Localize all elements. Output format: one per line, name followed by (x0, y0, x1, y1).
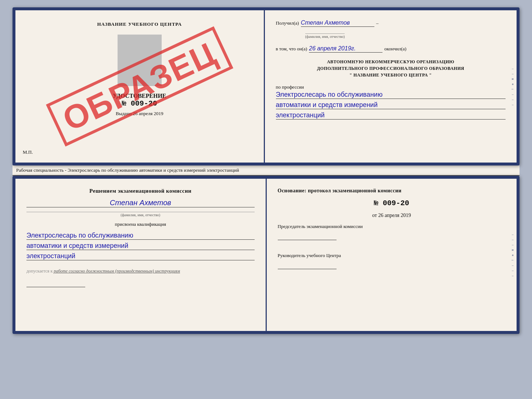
name-hint: (фамилия, имя, отчество) (305, 33, 345, 39)
protocol-date: от 26 апреля 2019 (278, 213, 506, 218)
issued-label: Выдано (116, 111, 132, 116)
profession-line1: Электрослесарь по обслуживанию (276, 91, 506, 99)
in-that-label: в том, что он(а) (276, 46, 308, 52)
profession-line2: автоматики и средств измерений (276, 101, 506, 109)
dopuskaetsya-value: работе согласно должностным (производств… (54, 268, 180, 274)
right-side-chars: – – и а ← – – – (511, 10, 514, 163)
org-line3: " НАЗВАНИЕ УЧЕБНОГО ЦЕНТРА " (276, 72, 506, 78)
bottom-certificate-spread: Решением экзаменационной комиссии Степан… (12, 176, 520, 334)
in-that-date: 26 апреля 2019г. (309, 45, 382, 53)
osnov-label: Основание: протокол экзаменационной коми… (278, 188, 506, 194)
cert-left-page: НАЗВАНИЕ УЧЕБНОГО ЦЕНТРА УДОСТОВЕРЕНИЕ №… (15, 10, 265, 163)
photo-placeholder (118, 35, 162, 86)
rukovod-block: Руководитель учебного Центра (278, 253, 506, 269)
document-wrapper: НАЗВАНИЕ УЧЕБНОГО ЦЕНТРА УДОСТОВЕРЕНИЕ №… (7, 7, 525, 334)
org-line2: ДОПОЛНИТЕЛЬНОГО ПРОФЕССИОНАЛЬНОГО ОБРАЗО… (276, 65, 506, 72)
qual-line2: автоматики и средств измерений (26, 242, 255, 250)
bottom-right-page: Основание: протокол экзаменационной коми… (267, 179, 517, 331)
cert-right-page: Получил(а) Степан Ахметов – (фамилия, им… (265, 10, 517, 163)
org-block: АВТОНОМНУЮ НЕКОММЕРЧЕСКУЮ ОРГАНИЗАЦИЮ ДО… (276, 58, 506, 78)
bottom-name-hint: (фамилия, имя, отчество) (26, 212, 255, 217)
profession-line3: электростанций (276, 111, 506, 120)
bottom-left-page: Решением экзаменационной комиссии Степан… (15, 179, 267, 331)
bottom-name: Степан Ахметов (26, 199, 255, 207)
org-line1: АВТОНОМНУЮ НЕКОММЕРЧЕСКУЮ ОРГАНИЗАЦИЮ (276, 58, 506, 65)
qual-line3: электростанций (26, 252, 255, 260)
date-prefix: от (372, 213, 377, 218)
qualification-block: Электрослесарь по обслуживанию автоматик… (26, 232, 255, 260)
profession-block: по профессии Электрослесарь по обслужива… (276, 84, 506, 120)
finished-label: окончил(а) (384, 46, 406, 52)
bottom-right-side-chars: – – – и а ← – – – (511, 179, 514, 331)
cert-school-name: НАЗВАНИЕ УЧЕБНОГО ЦЕНТРА (97, 21, 182, 27)
rukovod-label: Руководитель учебного Центра (278, 253, 506, 259)
received-field: Получил(а) Степан Ахметов – (276, 19, 506, 27)
received-name: Степан Ахметов (301, 19, 374, 27)
cert-doc-number: № 009-20 (122, 99, 157, 108)
received-label: Получил(а) (276, 20, 299, 26)
chairman-sig-line (278, 233, 337, 240)
profession-label: по профессии (276, 84, 506, 90)
chairman-label: Председатель экзаменационной комиссии (278, 224, 506, 229)
in-that-field: в том, что он(а) 26 апреля 2019г. окончи… (276, 45, 506, 53)
bottom-left-sig-line (26, 280, 85, 287)
dopuskaetsya-label: допускается к (26, 268, 53, 274)
protocol-date-value: 26 апреля 2019 (378, 213, 411, 218)
dopuskaetsya-block: допускается к работе согласно должностны… (26, 268, 255, 274)
chairman-block: Председатель экзаменационной комиссии (278, 224, 506, 240)
protocol-number: № 009-20 (278, 199, 506, 207)
top-certificate-spread: НАЗВАНИЕ УЧЕБНОГО ЦЕНТРА УДОСТОВЕРЕНИЕ №… (12, 7, 520, 165)
specialty-text: Рабочая специальность - Электрослесарь п… (12, 165, 520, 176)
cert-doc-type: УДОСТОВЕРЕНИЕ (113, 93, 166, 99)
issued-date-value: 26 апреля 2019 (133, 111, 163, 116)
komissia-title: Решением экзаменационной комиссии (26, 188, 255, 194)
mp-label: М.П. (23, 149, 33, 155)
cert-issued-date: Выдано 26 апреля 2019 (116, 111, 163, 117)
rukovod-sig-line (278, 262, 337, 269)
assigned-label: присвоена квалификация (26, 221, 255, 227)
qual-line1: Электрослесарь по обслуживанию (26, 232, 255, 240)
